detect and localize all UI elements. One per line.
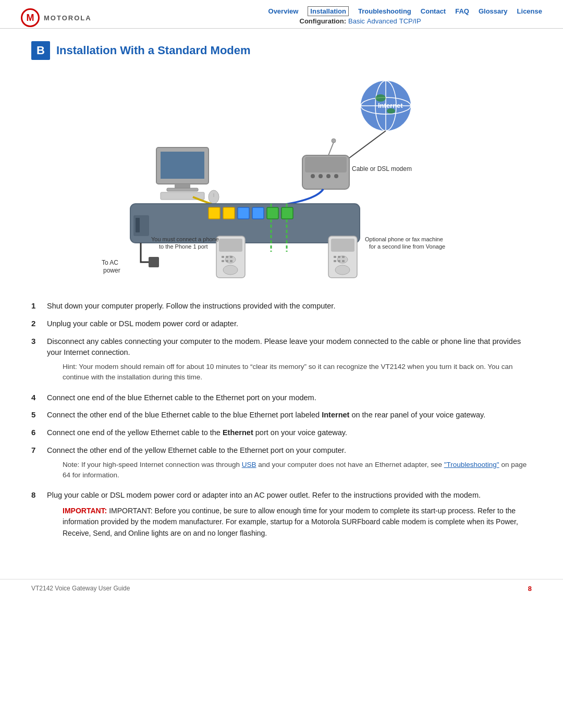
important-label: IMPORTANT: [63, 507, 107, 515]
svg-point-11 [311, 174, 315, 178]
svg-point-42 [223, 265, 238, 275]
nav-contact[interactable]: Contact [421, 7, 446, 15]
step-3: 3 Disconnect any cables connecting your … [31, 336, 532, 386]
config-label: Configuration: [300, 17, 347, 25]
svg-rect-57 [334, 260, 336, 262]
svg-rect-46 [230, 256, 232, 258]
logo-area: M MOTOROLA [21, 6, 92, 27]
svg-line-15 [328, 142, 334, 155]
step-4-text: Connect one end of the blue Ethernet cab… [47, 392, 316, 404]
svg-text:Optional phone or fax machine: Optional phone or fax machine [365, 236, 443, 242]
nav-license[interactable]: License [517, 7, 542, 15]
step-7: 7 Connect the other end of the yellow Et… [31, 445, 532, 484]
step-2: 2 Unplug your cable or DSL modem power c… [31, 318, 532, 330]
logo-circle-icon: M [21, 8, 40, 27]
step-8-important: IMPORTANT: IMPORTANT: Before you continu… [63, 505, 532, 539]
page-header: M MOTOROLA Overview Installation Trouble… [0, 0, 563, 29]
svg-text:for a second line from Vonage: for a second line from Vonage [369, 243, 445, 250]
usb-link[interactable]: USB [242, 461, 256, 468]
nav-advanced[interactable]: Advanced [367, 17, 397, 25]
step-1: 1 Shut down your computer properly. Foll… [31, 301, 532, 312]
nav-glossary[interactable]: Glossary [479, 7, 508, 15]
svg-rect-58 [338, 260, 340, 262]
title-badge: B [31, 41, 50, 60]
nav-basic[interactable]: Basic [348, 17, 365, 25]
svg-rect-59 [342, 260, 345, 262]
svg-rect-48 [226, 260, 228, 262]
svg-point-14 [334, 174, 338, 178]
step-7-num: 7 [31, 445, 40, 454]
nav-area: Overview Installation Troubleshooting Co… [268, 6, 542, 28]
svg-text:To AC: To AC [102, 259, 118, 266]
steps-section: 1 Shut down your computer properly. Foll… [31, 301, 532, 539]
step-8: 8 Plug your cable or DSL modem power cor… [31, 490, 532, 539]
svg-rect-54 [334, 256, 336, 258]
svg-rect-45 [226, 256, 228, 258]
step-1-text: Shut down your computer properly. Follow… [47, 301, 335, 312]
important-text: IMPORTANT: Before you continue, be sure … [63, 507, 518, 537]
page-content: B Installation With a Standard Modem Int… [0, 29, 563, 566]
nav-troubleshooting[interactable]: Troubleshooting [358, 7, 411, 15]
logo-text: MOTOROLA [44, 14, 92, 22]
troubleshooting-link[interactable]: "Troubleshooting" [444, 461, 499, 468]
step-6-text: Connect one end of the yellow Ethernet c… [47, 427, 347, 439]
step-1-num: 1 [31, 301, 40, 310]
svg-rect-20 [175, 184, 190, 188]
step-7-note: Note: If your high-speed Internet connec… [63, 460, 532, 481]
svg-rect-41 [219, 239, 242, 252]
step-5-text: Connect the other end of the blue Ethern… [47, 410, 485, 421]
step-8-num: 8 [31, 490, 40, 499]
step-3-text: Disconnect any cables connecting your co… [47, 337, 521, 357]
step-8-text: Plug your cable or DSL modem power cord … [47, 491, 481, 499]
svg-rect-37 [149, 257, 159, 267]
step-6-num: 6 [31, 427, 40, 437]
svg-rect-27 [223, 207, 235, 219]
svg-text:to the Phone 1 port: to the Phone 1 port [159, 243, 208, 250]
svg-text:Cable or DSL modem: Cable or DSL modem [352, 165, 412, 172]
step-3-num: 3 [31, 336, 40, 346]
svg-text:You must connect a phone: You must connect a phone [151, 236, 219, 242]
step-4-num: 4 [31, 392, 40, 402]
step-2-text: Unplug your cable or DSL modem power cor… [47, 318, 238, 330]
svg-rect-44 [222, 256, 224, 258]
step-5: 5 Connect the other end of the blue Ethe… [31, 410, 532, 421]
step-4: 4 Connect one end of the blue Ethernet c… [31, 392, 532, 404]
svg-rect-56 [342, 256, 345, 258]
step-6: 6 Connect one end of the yellow Ethernet… [31, 427, 532, 439]
nav-top: Overview Installation Troubleshooting Co… [268, 6, 542, 16]
step-2-num: 2 [31, 318, 40, 328]
nav-installation[interactable]: Installation [308, 6, 349, 16]
svg-rect-47 [222, 260, 224, 262]
svg-point-52 [335, 265, 350, 275]
svg-rect-26 [209, 207, 220, 219]
motorola-logo: M MOTOROLA [21, 8, 92, 27]
step-7-text: Connect the other end of the yellow Ethe… [47, 446, 346, 454]
logo-m: M [27, 13, 34, 23]
page-title: Installation With a Standard Modem [56, 44, 251, 57]
step-3-hint: Hint: Your modem should remain off for a… [63, 362, 532, 383]
nav-overview[interactable]: Overview [268, 7, 299, 15]
svg-rect-34 [136, 218, 140, 232]
svg-rect-19 [161, 152, 204, 179]
installation-diagram: Internet Cable or DSL modem [31, 69, 532, 288]
nav-faq[interactable]: FAQ [455, 7, 469, 15]
page-title-row: B Installation With a Standard Modem [31, 41, 532, 60]
svg-rect-28 [238, 207, 249, 219]
footer-guide-title: VT2142 Voice Gateway User Guide [31, 585, 130, 592]
svg-point-12 [319, 174, 323, 178]
svg-rect-10 [305, 157, 347, 172]
page-footer: VT2142 Voice Gateway User Guide 8 [0, 579, 563, 598]
svg-text:power: power [103, 267, 120, 274]
svg-rect-29 [252, 207, 264, 219]
svg-point-16 [332, 139, 336, 143]
svg-rect-55 [338, 256, 340, 258]
svg-rect-51 [331, 239, 354, 252]
svg-rect-49 [230, 260, 232, 262]
step-5-num: 5 [31, 410, 40, 419]
svg-point-13 [326, 174, 331, 178]
svg-point-5 [375, 94, 386, 102]
footer-page-num: 8 [528, 585, 532, 593]
nav-tcpip[interactable]: TCP/IP [399, 17, 421, 25]
diagram-container: Internet Cable or DSL modem [31, 69, 532, 288]
svg-rect-21 [167, 188, 198, 191]
